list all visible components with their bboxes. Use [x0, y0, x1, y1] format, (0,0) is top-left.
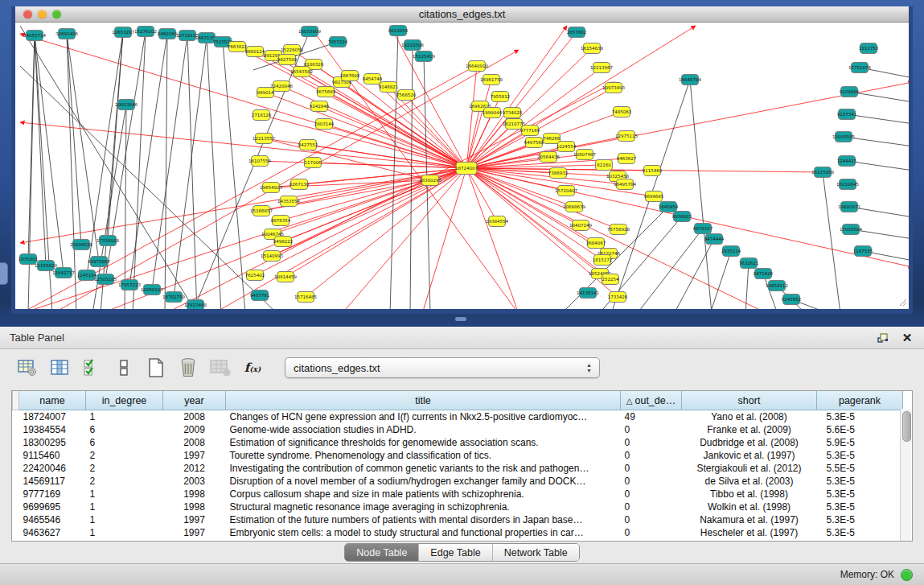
cell-year[interactable]: 2003 — [163, 475, 226, 488]
cell-year[interactable]: 2012 — [163, 462, 226, 475]
node-table[interactable]: namein_degreeyeartitle△out_de…shortpager… — [11, 390, 913, 542]
cell-short[interactable]: Wolkin et al. (1998) — [682, 501, 817, 513]
graph-node-15140993[interactable]: 15140993 — [261, 251, 283, 262]
cell-title[interactable]: Changes of HCN gene expression and I(f) … — [226, 410, 621, 424]
graph-node-1024554[interactable]: 1024554 — [556, 142, 577, 152]
graph-node-9146821[interactable]: 9146821 — [379, 82, 399, 93]
cell-name[interactable]: 9463627 — [19, 526, 86, 539]
graph-node-19384554[interactable]: 19384554 — [486, 216, 508, 227]
tab-edge-table[interactable]: Edge Table — [419, 544, 492, 561]
graph-node-20206526[interactable]: 20206526 — [70, 240, 92, 250]
graph-node-8460160[interactable]: 8460160 — [158, 29, 178, 39]
graph-node-8878354[interactable]: 8878354 — [271, 216, 291, 226]
graph-node-16115958[interactable]: 16115958 — [811, 167, 834, 178]
cell-name[interactable]: 14569117 — [19, 475, 86, 488]
graph-node-15166857[interactable]: 15166857 — [250, 206, 273, 216]
cell-year[interactable]: 1997 — [163, 526, 226, 539]
cell-short[interactable]: Franke et al. (2009) — [682, 423, 817, 436]
graph-node-7386932[interactable]: 7386932 — [548, 168, 569, 179]
cell-in_degree[interactable]: 1 — [86, 501, 163, 513]
graph-node-7955812[interactable]: 7955812 — [491, 92, 511, 102]
cell-name[interactable]: 9465546 — [19, 513, 86, 526]
graph-node-20564436[interactable]: 20564436 — [537, 152, 560, 163]
graph-node-16107554[interactable]: 16107554 — [248, 156, 271, 167]
cell-title[interactable]: Genome-wide association studies in ADHD. — [226, 423, 621, 436]
graph-node-10807487[interactable]: 10807487 — [573, 150, 596, 160]
table-row[interactable]: 911546021997Tourette syndrome. Phenomeno… — [13, 449, 903, 462]
cell-out_de[interactable]: 0 — [621, 501, 682, 513]
cell-title[interactable]: Estimation of significance thresholds fo… — [226, 436, 621, 449]
table-options-icon[interactable] — [16, 356, 39, 379]
delete-column-icon[interactable] — [177, 356, 199, 379]
column-header-year[interactable]: year — [163, 391, 226, 410]
graph-node-19218506[interactable]: 19218506 — [401, 40, 424, 51]
graph-node-15751074[interactable]: 15751074 — [848, 63, 871, 73]
cell-in_degree[interactable]: 2 — [86, 475, 163, 488]
graph-node-12975115[interactable]: 12975115 — [615, 131, 638, 142]
graph-node-15716485[interactable]: 15716485 — [294, 292, 317, 303]
cell-out_de[interactable]: 0 — [621, 526, 682, 539]
column-header-short[interactable]: short — [682, 391, 817, 410]
cell-title[interactable]: Estimation of the future numbers of pati… — [226, 513, 621, 526]
cell-out_de[interactable]: 49 — [621, 410, 682, 424]
cell-year[interactable]: 1997 — [163, 449, 226, 462]
graph-node-12093585[interactable]: 12093585 — [832, 132, 855, 142]
graph-node-6497568[interactable]: 6497568 — [524, 138, 544, 148]
cell-year[interactable]: 1998 — [163, 488, 226, 501]
cell-pagerank[interactable]: 5.3E-5 — [817, 513, 903, 526]
show-columns-icon[interactable] — [48, 356, 71, 379]
graph-node-16961758[interactable]: 16961758 — [480, 75, 503, 85]
graph-node-1167535[interactable]: 1167535 — [853, 246, 873, 257]
graph-node-2803144[interactable]: 2803144 — [314, 119, 335, 130]
close-window-icon[interactable] — [23, 10, 32, 19]
graph-node-9463627[interactable]: 9463627 — [617, 154, 637, 164]
column-header-title[interactable]: title — [226, 391, 621, 410]
cell-title[interactable]: Embryonic stem cells: a model to study s… — [226, 526, 621, 539]
cell-name[interactable]: 18300295 — [19, 436, 86, 449]
graph-node-9699695[interactable]: 9699695 — [644, 192, 664, 202]
table-scrollbar[interactable] — [900, 409, 911, 541]
graph-node-2867608[interactable]: 2867608 — [340, 71, 360, 81]
table-row[interactable]: 969969511998Structural magnetic resonanc… — [13, 501, 903, 513]
graph-node-7568520[interactable]: 7568520 — [396, 90, 417, 101]
column-header-out_de…[interactable]: △out_de… — [621, 391, 682, 410]
cell-pagerank[interactable]: 5.3E-5 — [817, 475, 903, 488]
graph-node-1111753[interactable]: 1111753 — [859, 43, 879, 54]
cell-in_degree[interactable]: 6 — [86, 436, 163, 449]
graph-node-9457791[interactable]: 9457791 — [250, 290, 270, 301]
cell-name[interactable]: 9699695 — [19, 501, 86, 513]
cell-short[interactable]: Tibbo et al. (1998) — [682, 488, 817, 501]
graph-node-8660124[interactable]: 8660124 — [245, 47, 265, 57]
graph-node-1999044[interactable]: 1999044 — [483, 108, 503, 118]
cell-year[interactable]: 1998 — [163, 501, 226, 513]
column-header-pagerank[interactable]: pagerank — [817, 391, 903, 410]
graph-node-12042717[interactable]: 12042717 — [52, 268, 75, 278]
graph-node-9474444[interactable]: 9474444 — [704, 234, 725, 245]
graph-node-12213967[interactable]: 12213967 — [590, 63, 613, 73]
graph-node-17339928[interactable]: 17339928 — [97, 236, 119, 246]
graph-node-8813054[interactable]: 8813054 — [388, 26, 409, 36]
cell-pagerank[interactable]: 5.3E-5 — [817, 449, 903, 462]
graph-node-19654923[interactable]: 19654923 — [260, 183, 282, 193]
graph-node-8498222[interactable]: 8498222 — [273, 237, 294, 247]
cell-short[interactable]: Hescheler et al. (1997) — [682, 526, 817, 539]
cell-out_de[interactable]: 0 — [621, 513, 682, 526]
graph-node-14055714[interactable]: 14055714 — [23, 31, 46, 41]
cell-in_degree[interactable]: 1 — [86, 410, 163, 424]
graph-node-9827508[interactable]: 9827508 — [277, 55, 298, 65]
graph-node-3684067[interactable]: 3684067 — [586, 238, 606, 249]
graph-node-16782759[interactable]: 16782759 — [162, 292, 185, 303]
graph-node-252254[interactable]: 252254 — [602, 274, 619, 285]
graph-node-8938923[interactable]: 8938923 — [672, 212, 692, 222]
graph-node-1615172[interactable]: 1615172 — [593, 255, 613, 266]
citation-network-canvas[interactable]: 1405571432691406106532871527610284601601… — [15, 23, 909, 309]
graph-node-9115460[interactable]: 9115460 — [643, 166, 663, 176]
left-panel-collapse-handle[interactable] — [0, 262, 8, 285]
tab-network-table[interactable]: Network Table — [493, 544, 579, 561]
table-row[interactable]: 946554611997Estimation of the future num… — [13, 513, 903, 526]
graph-node-11156829[interactable]: 11156829 — [35, 261, 57, 271]
graph-node-7485063[interactable]: 7485063 — [612, 107, 632, 117]
cell-out_de[interactable]: 0 — [621, 488, 682, 501]
cell-name[interactable]: 9777169 — [19, 488, 86, 501]
graph-node-1733426[interactable]: 1733426 — [608, 292, 628, 303]
